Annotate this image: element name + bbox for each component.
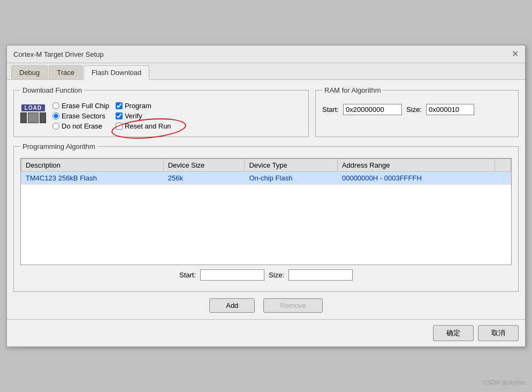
alg-size-label: Size: [269, 271, 284, 279]
load-icon: LOAD [20, 101, 46, 126]
algorithm-bottom-fields: Start: Size: [20, 265, 512, 285]
prog-alg-legend: Programming Algorithm [20, 142, 97, 150]
col-address-range: Address Range [337, 159, 495, 172]
top-panels: Download Function LOAD [13, 86, 519, 137]
reset-run-container: Reset and Run [116, 122, 171, 130]
cell-description: TM4C123 256kB Flash [21, 172, 164, 185]
table-row[interactable]: TM4C123 256kB Flash 256k On-chip Flash 0… [21, 172, 511, 185]
add-button[interactable]: Add [209, 298, 255, 313]
content-area: Download Function LOAD [7, 80, 525, 319]
radio-do-not-erase[interactable]: Do not Erase [52, 122, 109, 130]
alg-size-input[interactable] [288, 269, 353, 281]
start-label: Start: [322, 105, 339, 114]
ram-algorithm-legend: RAM for Algorithm [322, 86, 383, 94]
tab-flash-download[interactable]: Flash Download [83, 65, 149, 80]
titlebar: Cortex-M Target Driver Setup ✕ [7, 46, 525, 63]
col-description: Description [21, 159, 164, 172]
load-chips [20, 112, 46, 123]
download-function-legend: Download Function [20, 86, 84, 94]
programming-algorithm-group: Programming Algorithm Description Device… [13, 142, 519, 292]
col-extra [495, 159, 511, 172]
add-remove-buttons: Add Remove [13, 298, 519, 313]
chip-right [40, 112, 46, 123]
size-label: Size: [406, 105, 422, 114]
chip-main [28, 112, 39, 123]
col-device-type: Device Type [245, 159, 338, 172]
algorithm-table-wrapper: Description Device Size Device Type Addr… [20, 158, 512, 265]
alg-start-input[interactable] [200, 269, 264, 281]
start-input[interactable] [343, 104, 402, 115]
ram-algorithm-group: RAM for Algorithm Start: Size: [315, 86, 519, 137]
cell-device-size: 256k [163, 172, 245, 185]
cancel-button[interactable]: 取消 [478, 325, 519, 341]
table-header-row: Description Device Size Device Type Addr… [21, 159, 511, 172]
checkbox-reset-run[interactable]: Reset and Run [116, 122, 171, 130]
erase-radio-group: Erase Full Chip Erase Sectors Do not Era… [52, 102, 109, 130]
tab-debug[interactable]: Debug [11, 65, 48, 79]
checkbox-verify[interactable]: Verify [116, 112, 171, 120]
cell-address-range: 00000000H - 0003FFFFH [337, 172, 495, 185]
cell-device-type: On-chip Flash [245, 172, 338, 185]
tab-bar: Debug Trace Flash Download [7, 63, 525, 80]
remove-button[interactable]: Remove [263, 298, 322, 313]
watermark: CSDN @skylfan [483, 379, 526, 386]
radio-erase-sectors[interactable]: Erase Sectors [52, 112, 109, 120]
ram-fields: Start: Size: [322, 104, 512, 115]
alg-start-label: Start: [179, 271, 196, 279]
df-inner: LOAD Erase Full Chip [20, 101, 302, 130]
tab-trace[interactable]: Trace [49, 65, 82, 79]
chip-left [20, 112, 27, 123]
load-text: LOAD [21, 104, 45, 111]
col-device-size: Device Size [163, 159, 245, 172]
algorithm-table: Description Device Size Device Type Addr… [21, 159, 511, 185]
radio-erase-full[interactable]: Erase Full Chip [52, 102, 109, 110]
checkbox-group: Program Verify Reset and Run [116, 102, 171, 130]
download-function-group: Download Function LOAD [13, 86, 309, 137]
cell-extra [495, 172, 511, 185]
ok-button[interactable]: 确定 [433, 325, 474, 341]
window-title: Cortex-M Target Driver Setup [13, 50, 104, 58]
main-window: Cortex-M Target Driver Setup ✕ Debug Tra… [6, 45, 526, 347]
close-icon[interactable]: ✕ [512, 50, 519, 58]
footer: 确定 取消 [7, 319, 525, 346]
checkbox-program[interactable]: Program [116, 102, 171, 110]
size-input[interactable] [426, 104, 474, 115]
